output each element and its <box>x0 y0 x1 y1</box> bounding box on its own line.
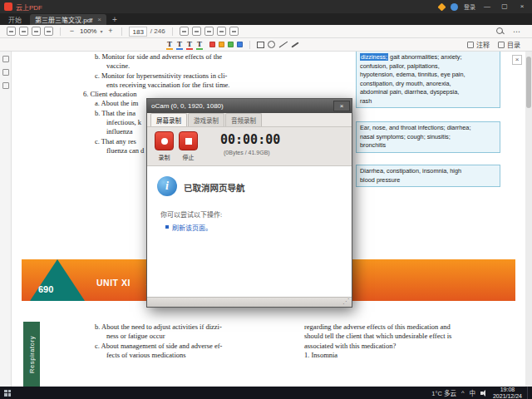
more-tools-icon[interactable]: ⋯ <box>513 27 520 36</box>
clock[interactable]: 19:08 2021/12/24 <box>493 387 522 399</box>
ocam-title: oCam (0, 0, 1920, 1080) <box>151 102 224 110</box>
ocam-embedded-page: i 已取消网页导航 你可以尝试以下操作: 刷新该页面。 <box>147 166 352 297</box>
ocam-statusbar: ⋰ <box>147 297 352 307</box>
app-logo-icon <box>4 2 12 11</box>
clock-date: 2021/12/24 <box>493 393 522 399</box>
select-tool-icon[interactable] <box>19 27 28 36</box>
vertical-scrollbar[interactable] <box>525 52 532 387</box>
tab-document[interactable]: 第三册三笔文汉.pdf × <box>30 14 106 25</box>
windows-logo-icon <box>4 390 11 397</box>
unit-side-tab: Respiratory <box>23 322 40 387</box>
pen-tool-icon[interactable] <box>290 41 298 49</box>
color-swatch-orange[interactable] <box>219 42 224 47</box>
box-line: bronchitis <box>360 141 496 150</box>
vip-icon[interactable] <box>438 2 446 11</box>
navigation-error-title: 已取消网页导航 <box>184 181 245 194</box>
box-line-text: gait abnormalities; anxiety; <box>388 53 461 61</box>
ocam-tabbar: 屏幕录制 游戏录制 音频录制 <box>147 113 352 127</box>
stop-label: 停止 <box>179 153 198 161</box>
color-swatch-blue[interactable] <box>237 42 243 47</box>
catalog-panel-button[interactable]: 目录 <box>498 40 520 49</box>
ellipse-tool-icon[interactable] <box>268 41 275 48</box>
new-tab-button[interactable]: + <box>106 13 123 25</box>
hand-tool-icon[interactable] <box>7 27 16 36</box>
underline-tool-icon[interactable]: T <box>176 40 183 50</box>
login-label[interactable]: 登录 <box>464 2 475 11</box>
tray-overflow-icon[interactable]: ^ <box>461 389 465 397</box>
ocam-tab-game-record[interactable]: 游戏录制 <box>188 113 224 126</box>
record-button[interactable] <box>155 131 174 150</box>
search-icon[interactable] <box>496 27 505 36</box>
rectangle-tool-icon[interactable] <box>257 42 264 48</box>
highlight-tool-icon[interactable]: T <box>166 40 173 50</box>
bookmark-panel-icon[interactable] <box>2 69 9 76</box>
text-line: fects of various medications <box>106 351 222 360</box>
text-line: c. Monitor for hypersensitivity reaction… <box>95 71 229 81</box>
zoom-in-button[interactable]: + <box>106 27 115 36</box>
main-toolbar: − 100% ▾ + 183 / 246 ⋯ <box>0 25 532 38</box>
ocam-tab-screen-record[interactable]: 屏幕录制 <box>150 113 187 126</box>
text-line: ents receiving vaccination for the first… <box>106 81 229 90</box>
ocam-tab-audio-record[interactable]: 音频录制 <box>225 113 262 126</box>
close-panel-icon[interactable]: × <box>512 55 522 65</box>
page-current-input[interactable]: 183 <box>129 27 146 37</box>
record-label: 录制 <box>155 153 174 161</box>
avatar-icon[interactable] <box>451 3 458 11</box>
comment-panel-button[interactable]: 注释 <box>467 40 490 49</box>
ocam-titlebar[interactable]: oCam (0, 0, 1920, 1080) × <box>147 99 352 113</box>
snapshot-icon[interactable] <box>32 27 41 36</box>
catalog-label: 目录 <box>507 40 520 49</box>
fit-width-icon[interactable] <box>204 27 214 36</box>
box-line: Ear, nose, and throat infections; diarrh… <box>360 124 496 133</box>
squiggly-tool-icon[interactable]: T <box>196 40 203 50</box>
weather-widget[interactable]: 1°C 多云 <box>431 388 456 397</box>
volume-icon[interactable] <box>480 389 488 397</box>
zoom-out-button[interactable]: − <box>67 27 76 36</box>
refresh-page-link[interactable]: 刷新该页面。 <box>172 223 212 232</box>
tab-close-icon[interactable]: × <box>97 16 101 23</box>
print-icon[interactable] <box>44 27 53 36</box>
single-page-view-icon[interactable] <box>180 27 189 36</box>
line-tool-icon[interactable] <box>278 41 287 49</box>
banner-triangle <box>30 259 85 301</box>
app-name: 云上PDF <box>16 2 42 12</box>
catalog-icon <box>498 42 505 48</box>
box-line: dizziness; gait abnormalities; anxiety; <box>360 53 496 62</box>
ime-indicator[interactable]: 中 <box>469 388 475 397</box>
show-desktop-button[interactable] <box>527 387 530 399</box>
color-swatch-red[interactable] <box>209 42 215 47</box>
text-line: c. About management of side and adverse … <box>95 342 222 351</box>
box-line: Diarrhea, constipation, insomnia, high <box>360 167 496 176</box>
stop-button[interactable] <box>179 131 198 150</box>
start-button[interactable] <box>0 387 15 399</box>
text-line: ness or fatigue occur <box>106 332 222 341</box>
tab-home[interactable]: 开始 <box>0 13 30 25</box>
color-swatch-green[interactable] <box>228 42 234 47</box>
zoom-level[interactable]: 100% <box>80 27 96 35</box>
comment-icon <box>467 42 474 48</box>
scrollbar-thumb[interactable] <box>526 57 531 108</box>
strikethrough-tool-icon[interactable]: T <box>186 40 193 50</box>
page-total-label: / 246 <box>150 27 165 35</box>
comment-label: 注释 <box>476 40 490 49</box>
rotate-page-icon[interactable] <box>217 27 226 36</box>
text-line: should tell the client that which undesi… <box>304 332 451 341</box>
ocam-close-button[interactable]: × <box>333 101 350 111</box>
app-titlebar: 云上PDF 登录 — ▢ × <box>0 0 532 13</box>
close-button[interactable]: × <box>516 1 528 12</box>
text-line: vaccine. <box>106 62 229 71</box>
screen: 云上PDF 登录 — ▢ × 开始 第三册三笔文汉.pdf × + − 100% <box>0 0 532 399</box>
zoom-caret-icon[interactable]: ▾ <box>100 28 102 34</box>
book-page-number: 690 <box>38 284 53 294</box>
system-tray: 1°C 多云 ^ 中 19:08 2021/12/24 <box>431 387 532 399</box>
continuous-view-icon[interactable] <box>192 27 201 36</box>
fullscreen-icon[interactable] <box>229 27 239 36</box>
text-line: associated with this medication? <box>304 342 451 351</box>
outline-panel-icon[interactable] <box>2 82 9 89</box>
resize-grip-icon[interactable]: ⋰ <box>342 298 349 305</box>
minimize-button[interactable]: — <box>481 1 493 12</box>
maximize-button[interactable]: ▢ <box>499 1 510 12</box>
thumbnail-panel-icon[interactable] <box>2 56 9 62</box>
box-line: nasal symptoms; cough; sinusitis; <box>360 133 496 142</box>
recording-timer: 00:00:00 <box>220 132 280 147</box>
